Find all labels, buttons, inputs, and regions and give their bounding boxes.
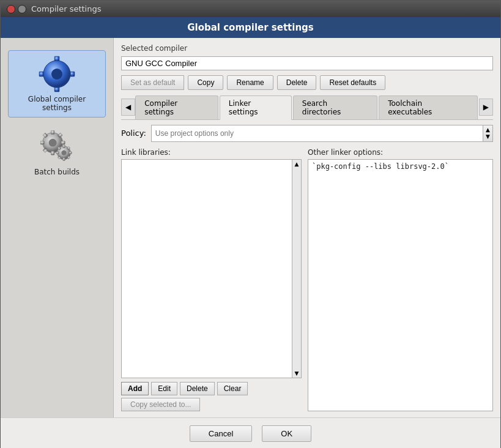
sidebar-label-batch-builds: Batch builds [34, 168, 80, 176]
svg-rect-22 [62, 144, 65, 147]
svg-point-11 [48, 138, 56, 146]
ok-button[interactable]: OK [262, 425, 311, 442]
reset-defaults-button[interactable]: Reset defaults [320, 75, 385, 90]
link-libraries-label: Link libraries: [121, 148, 302, 157]
compiler-select-section: Selected compiler GNU GCC Compiler [121, 44, 493, 70]
sidebar: Global compiler settings [1, 38, 114, 417]
svg-point-21 [61, 150, 66, 155]
compiler-dropdown[interactable]: GNU GCC Compiler [121, 56, 493, 70]
tab-prev-arrow[interactable]: ◀ [121, 99, 135, 116]
tab-linker-settings[interactable]: Linker settings [220, 95, 292, 120]
svg-rect-14 [40, 141, 44, 144]
copy-button[interactable]: Copy [188, 75, 223, 90]
policy-select-wrap: ▲ ▼ [151, 125, 493, 142]
policy-label: Policy: [121, 129, 146, 138]
tab-next-arrow[interactable]: ▶ [479, 99, 493, 116]
listbox-scroll-down[interactable]: ▼ [295, 370, 299, 376]
svg-point-9 [51, 69, 62, 80]
clear-button[interactable]: Clear [217, 382, 248, 395]
edit-button[interactable]: Edit [151, 382, 177, 395]
dialog-header: Global compiler settings [1, 17, 500, 38]
right-panel: Selected compiler GNU GCC Compiler Set a… [114, 38, 500, 417]
bottom-bar: Cancel OK [1, 417, 500, 448]
other-linker-options-panel: Other linker options: `pkg-config --libs… [308, 148, 493, 411]
cancel-button[interactable]: Cancel [190, 425, 252, 442]
policy-select-arrow[interactable]: ▲ ▼ [483, 125, 492, 141]
sidebar-item-global-compiler[interactable]: Global compiler settings [8, 50, 106, 118]
gear-gray-icon [39, 129, 75, 165]
svg-rect-24 [56, 151, 59, 154]
tab-compiler-settings[interactable]: Compiler settings [135, 95, 218, 119]
titlebar: Compiler settings [1, 1, 500, 17]
link-libraries-panel: Link libraries: ▲ ▼ Add Edit Delete Clea… [121, 148, 302, 411]
tabs-row: ◀ Compiler settings Linker settings Sear… [121, 95, 493, 120]
other-linker-options-textarea[interactable]: `pkg-config --libs librsvg-2.0` [308, 159, 493, 411]
svg-rect-23 [62, 157, 65, 160]
toolbar-row: Set as default Copy Rename Delete Reset … [121, 75, 493, 90]
gear-blue-icon [39, 56, 75, 92]
minimize-button[interactable] [18, 5, 26, 13]
rename-button[interactable]: Rename [227, 75, 273, 90]
listbox-scroll-up[interactable]: ▲ [295, 161, 299, 167]
delete-button[interactable]: Delete [277, 75, 317, 90]
window: Compiler settings Global compiler settin… [0, 0, 501, 448]
compiler-select-wrap: GNU GCC Compiler [121, 56, 493, 70]
copy-selected-button[interactable]: Copy selected to... [121, 398, 200, 411]
svg-rect-25 [69, 151, 72, 154]
close-button[interactable] [7, 5, 15, 13]
compiler-select-label: Selected compiler [121, 44, 493, 53]
link-lib-btn-row: Add Edit Delete Clear [121, 382, 302, 395]
delete-lib-button[interactable]: Delete [180, 382, 215, 395]
window-title: Compiler settings [31, 4, 102, 13]
sidebar-item-batch-builds[interactable]: Batch builds [8, 124, 106, 181]
policy-select[interactable] [152, 127, 483, 140]
link-libraries-listbox[interactable] [121, 159, 292, 378]
svg-rect-12 [51, 130, 54, 134]
svg-rect-15 [61, 141, 64, 144]
panels-row: Link libraries: ▲ ▼ Add Edit Delete Clea… [121, 148, 493, 411]
tab-toolchain-executables[interactable]: Toolchain executables [379, 95, 478, 119]
svg-rect-13 [51, 151, 54, 154]
set-as-default-button[interactable]: Set as default [121, 75, 184, 90]
titlebar-buttons [7, 5, 26, 13]
other-linker-options-label: Other linker options: [308, 148, 493, 157]
tab-search-directories[interactable]: Search directories [293, 95, 377, 119]
sidebar-label-global-compiler: Global compiler settings [13, 95, 100, 112]
policy-row: Policy: ▲ ▼ [121, 125, 493, 142]
add-button[interactable]: Add [121, 382, 149, 395]
main-content: Global compiler settings [1, 38, 500, 417]
